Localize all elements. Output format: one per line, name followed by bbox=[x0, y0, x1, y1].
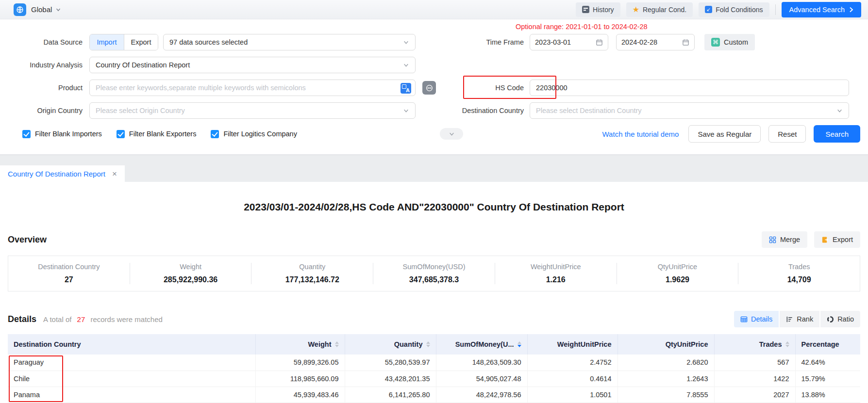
view-rank-label: Rank bbox=[797, 315, 813, 323]
data-sources-select[interactable]: 97 data sources selected bbox=[163, 34, 416, 50]
translate-icon[interactable] bbox=[401, 83, 411, 94]
stat-label: QtyUnitPrice bbox=[617, 263, 738, 271]
region-globe-button[interactable] bbox=[14, 3, 26, 16]
sort-icon[interactable] bbox=[785, 341, 789, 347]
search-button[interactable]: Search bbox=[814, 125, 860, 143]
cell-quantity: 6,141,265.80 bbox=[345, 387, 436, 403]
stat-value: 27 bbox=[8, 275, 130, 284]
globe-icon bbox=[16, 6, 24, 14]
calendar-icon bbox=[596, 39, 603, 46]
col-label: Percentage bbox=[801, 340, 839, 348]
col-percentage[interactable]: Percentage bbox=[795, 334, 860, 355]
view-details-button[interactable]: Details bbox=[734, 311, 779, 327]
history-icon bbox=[582, 6, 589, 13]
merge-label: Merge bbox=[780, 236, 800, 243]
filter-blank-importers-checkbox[interactable]: Filter Blank Importers bbox=[22, 130, 102, 138]
date-start-input[interactable]: 2023-03-01 bbox=[530, 34, 608, 50]
custom-label: Custom bbox=[724, 38, 748, 46]
fold-icon: ↙ bbox=[705, 6, 712, 13]
stat-weight-unit-price: WeightUnitPrice 1.216 bbox=[495, 263, 617, 284]
expand-conditions-button[interactable] bbox=[440, 128, 463, 140]
cell-sum-of-money: 54,905,027.48 bbox=[436, 371, 527, 387]
destination-country-group: Destination Country Please select Destin… bbox=[447, 102, 849, 119]
industry-analysis-select[interactable]: Country Of Destination Report bbox=[89, 57, 416, 73]
col-label: QtyUnitPrice bbox=[666, 340, 708, 348]
filter-blank-exporters-checkbox[interactable]: Filter Blank Exporters bbox=[117, 130, 197, 138]
region-chevron-down-icon[interactable] bbox=[55, 7, 61, 13]
report-content: 2023/03/01-2024/02/28,HS Code AND"220300… bbox=[0, 201, 868, 403]
table-row[interactable]: Panama 45,939,483.46 6,141,265.80 48,242… bbox=[8, 387, 860, 403]
merge-icon bbox=[769, 236, 776, 243]
bar-chart-icon bbox=[786, 316, 793, 323]
table-row[interactable]: Paraguay 59,899,326.05 55,280,539.97 148… bbox=[8, 355, 860, 371]
destination-country-select[interactable]: Please select Destination Country bbox=[530, 102, 849, 119]
sort-icon[interactable] bbox=[426, 341, 430, 347]
col-quantity[interactable]: Quantity bbox=[345, 334, 436, 355]
filter-logitics-company-checkbox[interactable]: Filter Logitics Company bbox=[211, 130, 297, 138]
view-details-label: Details bbox=[751, 315, 772, 323]
cell-percentage: 13.88% bbox=[795, 387, 860, 403]
details-table-wrap: Destination Country Weight Quantity SumO… bbox=[8, 334, 860, 403]
data-sources-value: 97 data sources selected bbox=[169, 38, 248, 46]
cell-qty-unit-price: 7.8555 bbox=[618, 387, 714, 403]
col-trades[interactable]: Trades bbox=[714, 334, 795, 355]
col-weight-unit-price[interactable]: WeightUnitPrice bbox=[527, 334, 618, 355]
table-icon bbox=[740, 316, 748, 323]
cell-trades: 2027 bbox=[714, 387, 795, 403]
import-tab[interactable]: Import bbox=[90, 34, 124, 50]
data-source-segmented: Import Export bbox=[89, 34, 158, 50]
col-label: SumOfMoney(U... bbox=[455, 340, 514, 348]
history-button[interactable]: History bbox=[576, 2, 620, 17]
checkbox-checked-icon bbox=[22, 130, 31, 138]
topbar-divider bbox=[775, 4, 776, 15]
history-label: History bbox=[593, 6, 614, 14]
origin-country-select[interactable]: Please select Origin Country bbox=[89, 102, 416, 119]
chevron-down-icon bbox=[836, 108, 843, 114]
fold-conditions-button[interactable]: ↙ Fold Conditions bbox=[699, 2, 769, 17]
merge-button[interactable]: Merge bbox=[762, 231, 807, 248]
regular-cond-button[interactable]: ★ Regular Cond. bbox=[626, 2, 693, 17]
table-row[interactable]: Chile 118,985,660.09 43,428,201.35 54,90… bbox=[8, 371, 860, 387]
stat-value: 1.216 bbox=[495, 275, 617, 284]
destination-country-placeholder: Please select Destination Country bbox=[536, 107, 642, 114]
tab-country-of-destination-report[interactable]: Country Of Destination Report × bbox=[0, 165, 125, 182]
stat-qty-unit-price: QtyUnitPrice 1.9629 bbox=[617, 263, 739, 284]
cell-weight-unit-price: 1.0501 bbox=[527, 387, 618, 403]
view-ratio-button[interactable]: Ratio bbox=[820, 311, 860, 327]
advanced-search-button[interactable]: Advanced Search bbox=[782, 2, 861, 17]
match-mode-button[interactable] bbox=[422, 81, 436, 95]
filter-blank-exporters-label: Filter Blank Exporters bbox=[129, 130, 197, 138]
cell-sum-of-money: 148,263,509.30 bbox=[436, 355, 527, 371]
hs-code-input[interactable] bbox=[530, 80, 849, 96]
cell-quantity: 43,428,201.35 bbox=[345, 371, 436, 387]
custom-range-button[interactable]: ⌘ Custom bbox=[704, 34, 755, 50]
stat-label: Weight bbox=[130, 263, 251, 271]
donut-chart-icon bbox=[827, 316, 834, 323]
close-icon[interactable]: × bbox=[112, 170, 117, 178]
cell-qty-unit-price: 2.6820 bbox=[618, 355, 714, 371]
col-weight[interactable]: Weight bbox=[255, 334, 345, 355]
date-end-input[interactable]: 2024-02-28 bbox=[616, 34, 695, 50]
product-input-wrap bbox=[89, 80, 416, 96]
equal-circle-icon bbox=[425, 84, 434, 92]
chevron-down-icon bbox=[403, 62, 409, 68]
col-destination-country[interactable]: Destination Country bbox=[8, 334, 255, 355]
industry-analysis-label: Industry Analysis bbox=[8, 61, 89, 69]
tutorial-demo-link[interactable]: Watch the tutorial demo bbox=[602, 130, 679, 138]
stat-trades: Trades 14,709 bbox=[738, 263, 860, 284]
reset-button[interactable]: Reset bbox=[768, 125, 806, 143]
view-rank-button[interactable]: Rank bbox=[780, 311, 819, 327]
overview-header: Overview Merge Export bbox=[8, 231, 860, 248]
cell-quantity: 55,280,539.97 bbox=[345, 355, 436, 371]
col-qty-unit-price[interactable]: QtyUnitPrice bbox=[618, 334, 714, 355]
stat-value: 1.9629 bbox=[617, 275, 738, 284]
sort-icon[interactable] bbox=[335, 341, 339, 347]
checkbox-checked-icon bbox=[211, 130, 219, 138]
sort-desc-active-icon[interactable] bbox=[517, 341, 521, 347]
export-tab[interactable]: Export bbox=[124, 34, 158, 50]
col-sum-of-money[interactable]: SumOfMoney(U... bbox=[436, 334, 527, 355]
save-as-regular-button[interactable]: Save as Regular bbox=[688, 125, 761, 143]
export-button[interactable]: Export bbox=[814, 231, 860, 248]
overview-heading: Overview bbox=[8, 235, 47, 245]
product-input[interactable] bbox=[90, 80, 415, 96]
